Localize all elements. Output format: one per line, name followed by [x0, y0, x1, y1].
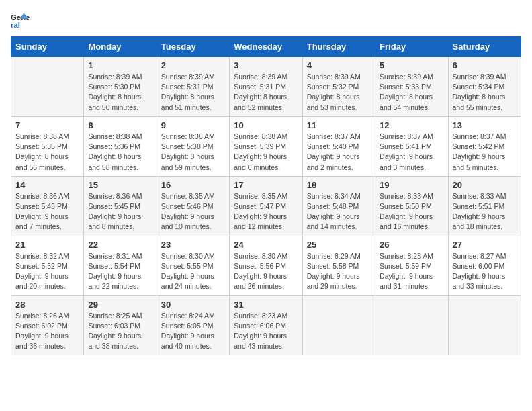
day-number: 25 — [307, 240, 371, 250]
day-info: Sunrise: 8:39 AMSunset: 5:30 PMDaylight:… — [88, 72, 152, 113]
day-number: 2 — [161, 60, 225, 71]
day-number: 8 — [88, 120, 152, 130]
calendar-cell: 3 Sunrise: 8:39 AMSunset: 5:31 PMDayligh… — [230, 57, 302, 117]
day-number: 10 — [234, 120, 298, 130]
calendar-cell: 7 Sunrise: 8:38 AMSunset: 5:35 PMDayligh… — [11, 116, 84, 176]
day-info: Sunrise: 8:35 AMSunset: 5:46 PMDaylight:… — [161, 191, 225, 232]
day-number: 14 — [15, 180, 79, 190]
calendar-cell: 27 Sunrise: 8:27 AMSunset: 6:00 PMDaylig… — [448, 236, 521, 295]
day-info: Sunrise: 8:35 AMSunset: 5:47 PMDaylight:… — [234, 191, 298, 232]
calendar-cell: 22 Sunrise: 8:31 AMSunset: 5:54 PMDaylig… — [84, 236, 157, 295]
calendar-week-1: 1 Sunrise: 8:39 AMSunset: 5:30 PMDayligh… — [11, 57, 521, 117]
day-info: Sunrise: 8:37 AMSunset: 5:41 PMDaylight:… — [380, 132, 443, 173]
day-info: Sunrise: 8:39 AMSunset: 5:32 PMDaylight:… — [307, 72, 371, 113]
calendar-cell: 14 Sunrise: 8:36 AMSunset: 5:43 PMDaylig… — [11, 176, 84, 236]
day-info: Sunrise: 8:29 AMSunset: 5:58 PMDaylight:… — [307, 251, 371, 292]
day-info: Sunrise: 8:30 AMSunset: 5:55 PMDaylight:… — [161, 251, 225, 292]
calendar-cell: 29 Sunrise: 8:25 AMSunset: 6:03 PMDaylig… — [84, 295, 157, 355]
day-info: Sunrise: 8:36 AMSunset: 5:43 PMDaylight:… — [15, 191, 79, 232]
calendar-cell: 17 Sunrise: 8:35 AMSunset: 5:47 PMDaylig… — [230, 176, 302, 236]
day-info: Sunrise: 8:37 AMSunset: 5:42 PMDaylight:… — [453, 132, 517, 173]
day-info: Sunrise: 8:36 AMSunset: 5:45 PMDaylight:… — [88, 191, 152, 232]
weekday-header-friday: Friday — [375, 37, 448, 57]
day-info: Sunrise: 8:33 AMSunset: 5:51 PMDaylight:… — [453, 191, 517, 232]
calendar-cell: 23 Sunrise: 8:30 AMSunset: 5:55 PMDaylig… — [157, 236, 229, 295]
day-info: Sunrise: 8:27 AMSunset: 6:00 PMDaylight:… — [453, 251, 517, 292]
logo: Gene ral — [11, 11, 32, 30]
calendar-cell: 28 Sunrise: 8:26 AMSunset: 6:02 PMDaylig… — [11, 295, 84, 355]
day-number: 4 — [307, 60, 371, 71]
calendar-cell: 31 Sunrise: 8:23 AMSunset: 6:06 PMDaylig… — [230, 295, 302, 355]
calendar-cell: 13 Sunrise: 8:37 AMSunset: 5:42 PMDaylig… — [448, 116, 521, 176]
day-number: 5 — [380, 60, 443, 71]
day-number: 11 — [307, 120, 371, 130]
weekday-header-tuesday: Tuesday — [157, 37, 229, 57]
calendar-cell: 5 Sunrise: 8:39 AMSunset: 5:33 PMDayligh… — [375, 57, 448, 117]
weekday-header-sunday: Sunday — [11, 37, 84, 57]
day-number: 6 — [453, 60, 517, 71]
day-info: Sunrise: 8:24 AMSunset: 6:05 PMDaylight:… — [161, 311, 225, 352]
day-info: Sunrise: 8:39 AMSunset: 5:31 PMDaylight:… — [161, 72, 225, 113]
svg-text:ral: ral — [11, 21, 20, 29]
day-info: Sunrise: 8:38 AMSunset: 5:35 PMDaylight:… — [15, 132, 79, 173]
day-info: Sunrise: 8:39 AMSunset: 5:34 PMDaylight:… — [453, 72, 517, 113]
calendar-cell — [11, 57, 84, 117]
calendar-week-2: 7 Sunrise: 8:38 AMSunset: 5:35 PMDayligh… — [11, 116, 521, 176]
day-number: 12 — [380, 120, 443, 130]
day-info: Sunrise: 8:26 AMSunset: 6:02 PMDaylight:… — [15, 311, 79, 352]
day-number: 26 — [380, 240, 443, 250]
calendar-cell — [375, 295, 448, 355]
calendar-cell: 20 Sunrise: 8:33 AMSunset: 5:51 PMDaylig… — [448, 176, 521, 236]
day-number: 16 — [161, 180, 225, 190]
day-number: 18 — [307, 180, 371, 190]
day-number: 31 — [234, 300, 298, 310]
calendar-table: SundayMondayTuesdayWednesdayThursdayFrid… — [11, 36, 521, 355]
calendar-cell: 1 Sunrise: 8:39 AMSunset: 5:30 PMDayligh… — [84, 57, 157, 117]
weekday-header-monday: Monday — [84, 37, 157, 57]
header: Gene ral — [11, 11, 521, 30]
calendar-cell: 30 Sunrise: 8:24 AMSunset: 6:05 PMDaylig… — [157, 295, 229, 355]
weekday-header-thursday: Thursday — [302, 37, 375, 57]
calendar-cell: 19 Sunrise: 8:33 AMSunset: 5:50 PMDaylig… — [375, 176, 448, 236]
day-info: Sunrise: 8:38 AMSunset: 5:38 PMDaylight:… — [161, 132, 225, 173]
calendar-cell — [302, 295, 375, 355]
calendar-week-3: 14 Sunrise: 8:36 AMSunset: 5:43 PMDaylig… — [11, 176, 521, 236]
calendar-week-4: 21 Sunrise: 8:32 AMSunset: 5:52 PMDaylig… — [11, 236, 521, 295]
day-info: Sunrise: 8:38 AMSunset: 5:36 PMDaylight:… — [88, 132, 152, 173]
day-info: Sunrise: 8:39 AMSunset: 5:33 PMDaylight:… — [380, 72, 443, 113]
calendar-cell: 26 Sunrise: 8:28 AMSunset: 5:59 PMDaylig… — [375, 236, 448, 295]
calendar-cell: 9 Sunrise: 8:38 AMSunset: 5:38 PMDayligh… — [157, 116, 229, 176]
calendar-cell: 25 Sunrise: 8:29 AMSunset: 5:58 PMDaylig… — [302, 236, 375, 295]
day-number: 15 — [88, 180, 152, 190]
day-number: 28 — [15, 300, 79, 310]
calendar-cell: 21 Sunrise: 8:32 AMSunset: 5:52 PMDaylig… — [11, 236, 84, 295]
calendar-cell: 11 Sunrise: 8:37 AMSunset: 5:40 PMDaylig… — [302, 116, 375, 176]
day-info: Sunrise: 8:38 AMSunset: 5:39 PMDaylight:… — [234, 132, 298, 173]
day-number: 1 — [88, 60, 152, 71]
logo-icon: Gene ral — [11, 11, 30, 30]
calendar-cell — [448, 295, 521, 355]
calendar-cell: 10 Sunrise: 8:38 AMSunset: 5:39 PMDaylig… — [230, 116, 302, 176]
calendar-cell: 18 Sunrise: 8:34 AMSunset: 5:48 PMDaylig… — [302, 176, 375, 236]
day-number: 13 — [453, 120, 517, 130]
day-number: 20 — [453, 180, 517, 190]
day-number: 19 — [380, 180, 443, 190]
day-number: 9 — [161, 120, 225, 130]
day-number: 27 — [453, 240, 517, 250]
day-number: 21 — [15, 240, 79, 250]
day-number: 30 — [161, 300, 225, 310]
calendar-cell: 2 Sunrise: 8:39 AMSunset: 5:31 PMDayligh… — [157, 57, 229, 117]
day-info: Sunrise: 8:25 AMSunset: 6:03 PMDaylight:… — [88, 311, 152, 352]
calendar-cell: 24 Sunrise: 8:30 AMSunset: 5:56 PMDaylig… — [230, 236, 302, 295]
calendar-cell: 6 Sunrise: 8:39 AMSunset: 5:34 PMDayligh… — [448, 57, 521, 117]
day-info: Sunrise: 8:28 AMSunset: 5:59 PMDaylight:… — [380, 251, 443, 292]
calendar-cell: 16 Sunrise: 8:35 AMSunset: 5:46 PMDaylig… — [157, 176, 229, 236]
day-number: 7 — [15, 120, 79, 130]
day-number: 17 — [234, 180, 298, 190]
calendar-cell: 8 Sunrise: 8:38 AMSunset: 5:36 PMDayligh… — [84, 116, 157, 176]
calendar-cell: 15 Sunrise: 8:36 AMSunset: 5:45 PMDaylig… — [84, 176, 157, 236]
day-number: 3 — [234, 60, 298, 71]
weekday-header-row: SundayMondayTuesdayWednesdayThursdayFrid… — [11, 37, 521, 57]
calendar-week-5: 28 Sunrise: 8:26 AMSunset: 6:02 PMDaylig… — [11, 295, 521, 355]
day-number: 23 — [161, 240, 225, 250]
